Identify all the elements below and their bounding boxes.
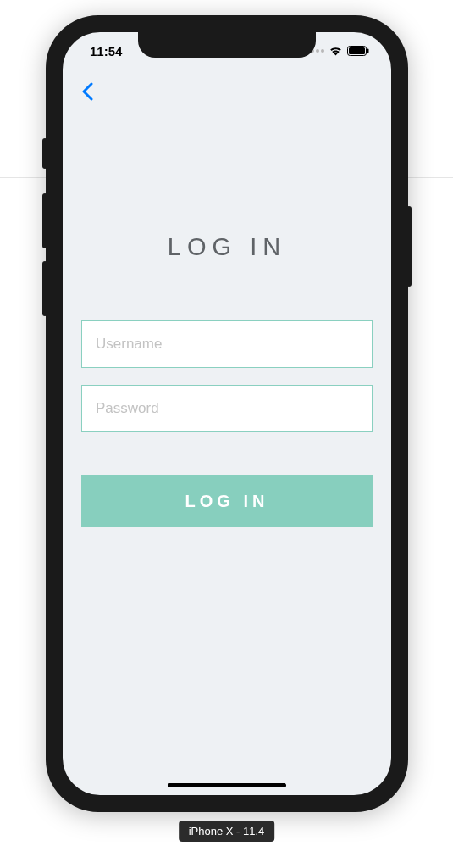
simulator-label: iPhone X - 11.4 (179, 821, 275, 842)
back-button[interactable] (75, 79, 100, 104)
device-side-button (42, 138, 47, 169)
login-content: LOG IN LOG IN (63, 110, 391, 527)
svg-rect-2 (367, 49, 369, 53)
device-notch (138, 32, 316, 58)
status-time: 11:54 (83, 44, 122, 58)
wifi-icon (329, 46, 343, 56)
login-button[interactable]: LOG IN (81, 475, 373, 527)
login-form: LOG IN (81, 320, 373, 527)
chevron-left-icon (81, 82, 93, 101)
battery-icon (347, 46, 369, 56)
simulator-window: 11:54 (0, 0, 453, 868)
page-title: LOG IN (81, 233, 373, 261)
svg-rect-1 (349, 47, 365, 54)
device-screen: 11:54 (63, 32, 391, 795)
device-frame: 11:54 (46, 15, 408, 812)
nav-bar (63, 73, 391, 110)
username-input[interactable] (81, 320, 373, 368)
status-icons (306, 46, 371, 56)
device-side-button (42, 261, 47, 316)
home-indicator[interactable] (168, 783, 286, 787)
device-side-button (42, 193, 47, 248)
password-input[interactable] (81, 385, 373, 432)
device-side-button (406, 206, 412, 287)
